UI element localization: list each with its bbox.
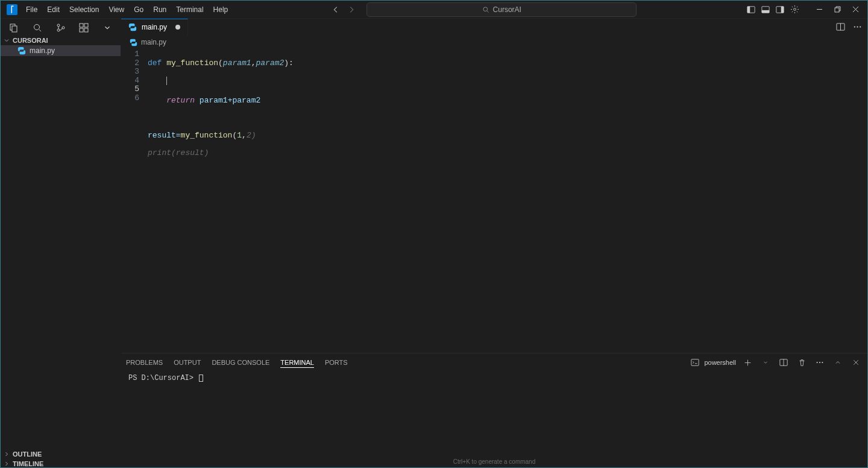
- command-center-search[interactable]: CursorAI: [366, 2, 637, 17]
- svg-point-0: [483, 7, 487, 11]
- svg-point-14: [62, 27, 64, 29]
- more-views-chevron-icon[interactable]: [101, 21, 113, 34]
- kill-terminal-icon[interactable]: [795, 356, 808, 369]
- menu-help[interactable]: Help: [209, 3, 233, 16]
- breadcrumb-filename: main.py: [141, 38, 166, 46]
- project-name: CURSORAI: [13, 37, 48, 44]
- new-terminal-icon[interactable]: [741, 356, 754, 369]
- tab-bar: main.py: [121, 19, 867, 36]
- menu-run[interactable]: Run: [148, 3, 171, 16]
- terminal[interactable]: PS D:\CursorAI>: [121, 372, 867, 458]
- chevron-down-icon: [3, 37, 10, 44]
- line-gutter: 1 2 3 4 5 6: [121, 50, 148, 353]
- explorer-sidebar: CURSORAI main.py OUTLINE TIMELINE: [1, 19, 121, 468]
- svg-point-7: [793, 8, 796, 11]
- search-icon: [482, 6, 489, 13]
- svg-rect-4: [762, 10, 769, 12]
- split-editor-icon[interactable]: [834, 21, 847, 34]
- nav-forward-icon[interactable]: [345, 3, 358, 16]
- panel-tab-terminal[interactable]: TERMINAL: [280, 358, 314, 368]
- menu-go[interactable]: Go: [129, 3, 148, 16]
- svg-point-13: [57, 29, 60, 31]
- explorer-folder-header[interactable]: CURSORAI: [1, 36, 121, 45]
- svg-rect-2: [747, 6, 750, 13]
- menu-view[interactable]: View: [104, 3, 129, 16]
- settings-gear-icon[interactable]: [788, 3, 801, 16]
- code-content[interactable]: def my_function(param1,param2): return p…: [148, 50, 867, 353]
- search-sidebar-icon[interactable]: [31, 21, 44, 34]
- svg-point-25: [817, 362, 818, 363]
- split-terminal-icon[interactable]: [777, 356, 790, 369]
- terminal-dropdown-icon[interactable]: [759, 356, 772, 369]
- menu-file[interactable]: File: [21, 3, 42, 16]
- timeline-section[interactable]: TIMELINE: [1, 459, 121, 468]
- bottom-panel: PROBLEMS OUTPUT DEBUG CONSOLE TERMINAL P…: [121, 353, 867, 468]
- svg-point-27: [822, 362, 823, 363]
- menu-terminal[interactable]: Terminal: [171, 3, 208, 16]
- chevron-right-icon: [3, 460, 10, 467]
- svg-point-22: [860, 26, 861, 27]
- menu-bar: File Edit Selection View Go Run Terminal…: [21, 3, 233, 16]
- svg-point-11: [34, 25, 39, 30]
- terminal-hint: Ctrl+K to generate a command: [121, 458, 867, 468]
- breadcrumb[interactable]: main.py: [121, 36, 867, 49]
- file-item-label: main.py: [30, 46, 55, 55]
- layout-panel-icon[interactable]: [759, 3, 772, 16]
- file-item-main-py[interactable]: main.py: [1, 45, 121, 56]
- svg-rect-17: [80, 28, 83, 32]
- svg-point-20: [854, 26, 855, 27]
- window-close-icon[interactable]: [847, 3, 864, 16]
- outline-label: OUTLINE: [13, 451, 42, 458]
- svg-point-21: [857, 26, 858, 27]
- svg-point-12: [57, 24, 60, 27]
- python-file-icon: [130, 39, 137, 46]
- terminal-overflow-icon[interactable]: [813, 356, 826, 369]
- terminal-prompt: PS D:\CursorAI>: [128, 374, 198, 382]
- explorer-icon[interactable]: [8, 21, 20, 34]
- source-control-icon[interactable]: [54, 21, 67, 34]
- extensions-icon[interactable]: [78, 21, 90, 34]
- search-text: CursorAI: [493, 5, 521, 14]
- layout-sidebar-left-icon[interactable]: [744, 3, 758, 16]
- python-file-icon: [128, 23, 137, 31]
- maximize-panel-icon[interactable]: [831, 356, 844, 369]
- panel-tab-debug[interactable]: DEBUG CONSOLE: [212, 358, 269, 367]
- svg-rect-8: [835, 8, 839, 12]
- outline-section[interactable]: OUTLINE: [1, 449, 121, 459]
- tab-label: main.py: [142, 23, 167, 31]
- app-icon: ⎡: [7, 4, 17, 15]
- panel-tab-problems[interactable]: PROBLEMS: [126, 358, 163, 367]
- svg-rect-10: [12, 26, 17, 32]
- titlebar: ⎡ File Edit Selection View Go Run Termin…: [1, 1, 867, 19]
- panel-tab-ports[interactable]: PORTS: [325, 358, 348, 367]
- timeline-label: TIMELINE: [13, 460, 43, 467]
- svg-rect-15: [80, 24, 83, 27]
- menu-selection[interactable]: Selection: [64, 3, 104, 16]
- terminal-shell-name[interactable]: powershell: [704, 359, 736, 366]
- menu-edit[interactable]: Edit: [42, 3, 64, 16]
- nav-back-icon[interactable]: [329, 3, 342, 16]
- code-editor[interactable]: 1 2 3 4 5 6 def my_function(param1,param…: [121, 49, 867, 353]
- terminal-cursor: [199, 375, 203, 382]
- close-panel-icon[interactable]: [849, 356, 863, 369]
- editor-more-actions-icon[interactable]: [851, 21, 864, 34]
- window-restore-icon[interactable]: [829, 3, 846, 16]
- panel-tab-output[interactable]: OUTPUT: [174, 358, 201, 367]
- svg-rect-23: [691, 359, 699, 366]
- chevron-right-icon: [3, 451, 10, 458]
- svg-rect-6: [781, 6, 784, 13]
- python-file-icon: [17, 46, 26, 55]
- editor-region: main.py main.py 1 2 3 4 5 6 def my: [121, 19, 867, 468]
- svg-rect-16: [84, 24, 88, 27]
- layout-sidebar-right-icon[interactable]: [773, 3, 787, 16]
- tab-main-py[interactable]: main.py: [121, 19, 188, 35]
- dirty-indicator-icon: [175, 25, 180, 30]
- svg-point-26: [819, 362, 820, 363]
- terminal-shell-icon[interactable]: [691, 358, 699, 367]
- window-minimize-icon[interactable]: [811, 3, 828, 16]
- svg-rect-18: [84, 28, 88, 32]
